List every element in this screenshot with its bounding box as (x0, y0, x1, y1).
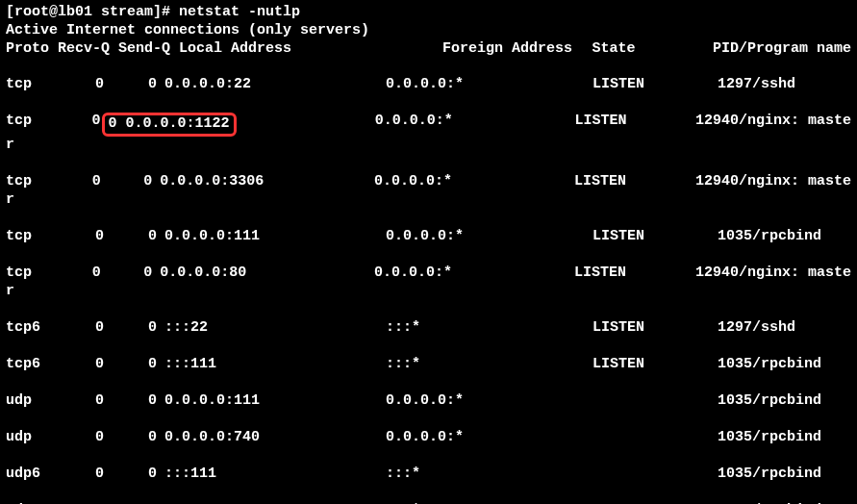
cell-foreign: :::* (386, 466, 592, 484)
cell-proto: tcp (6, 265, 52, 283)
cell-proto: tcp (6, 173, 52, 191)
header-local: Local Address (179, 40, 392, 59)
cell-recvq: 0 (52, 113, 108, 137)
table-row: tcp600:::111:::*LISTEN1035/rpcbind (6, 356, 851, 374)
cell-recvq: 0 (52, 173, 108, 191)
cell-recvq: 0 (54, 319, 112, 338)
blank-line (6, 484, 851, 502)
cell-recvq: 0 (54, 76, 112, 94)
cell-foreign: 0.0.0.0:* (374, 173, 574, 191)
cell-pid: 1035/rpcbind (718, 466, 851, 484)
cell-state: LISTEN (592, 356, 718, 374)
blank-line (6, 246, 851, 265)
cell-pid: 1035/rpcbind (718, 356, 851, 374)
cell-foreign: :::* (386, 356, 592, 374)
cell-recvq: 0 (54, 429, 112, 447)
table-row: udp600:::111:::*1035/rpcbind (6, 466, 851, 484)
cell-pid: 1035/rpcbind (718, 429, 851, 447)
header-state: State (592, 40, 713, 59)
cell-pid: 12940/nginx: maste (695, 173, 851, 191)
blank-line (6, 155, 851, 173)
cell-foreign: 0.0.0.0:* (386, 228, 592, 246)
cell-proto: tcp (6, 228, 54, 246)
cell-local: 0.0.0.0:22 (164, 76, 386, 94)
table-row: tcp600:::22:::*LISTEN1297/sshd (6, 319, 851, 338)
cell-state: LISTEN (574, 265, 695, 283)
cell-state: LISTEN (574, 173, 695, 191)
cell-state (592, 429, 718, 447)
cell-proto: tcp6 (6, 356, 54, 374)
blank-line (6, 58, 851, 76)
cell-sendq: 0 (112, 392, 164, 411)
cell-recvq: 0 (54, 466, 112, 484)
blank-line (6, 447, 851, 466)
wrapped-line: r (6, 191, 851, 210)
cell-state: LISTEN (592, 228, 718, 246)
cell-pid: 1297/sshd (718, 76, 851, 94)
active-connections-label: Active Internet connections (only server… (6, 22, 851, 40)
cell-sendq: 0 (112, 429, 164, 447)
cell-proto: udp6 (6, 466, 54, 484)
cell-state: LISTEN (592, 319, 718, 338)
cell-sendq: 0 (112, 466, 164, 484)
cell-proto: tcp6 (6, 319, 54, 338)
cell-proto: tcp (6, 76, 54, 94)
blank-line (6, 338, 851, 356)
cell-local: :::111 (164, 356, 386, 374)
cell-local: 0.0.0.0:740 (164, 429, 386, 447)
blank-line (6, 210, 851, 228)
cell-local: :::111 (164, 466, 386, 484)
cell-pid: 12940/nginx: maste (695, 113, 851, 137)
cell-local: 0.0.0.0:3306 (160, 173, 374, 191)
table-row: tcp000.0.0.0:800.0.0.0:*LISTEN12940/ngin… (6, 265, 851, 283)
cell-sendq: 0 (112, 319, 164, 338)
cell-foreign: :::* (386, 319, 592, 338)
cell-sendq: 0 (112, 76, 164, 94)
cell-foreign: 0.0.0.0:* (386, 429, 592, 447)
blank-line (6, 374, 851, 392)
cell-sendq: 0 (112, 228, 164, 246)
cell-foreign: 0.0.0.0:* (375, 113, 575, 137)
header-pid: PID/Program name (713, 40, 851, 59)
cell-state (592, 466, 718, 484)
table-body: tcp000.0.0.0:220.0.0.0:*LISTEN1297/sshdt… (6, 58, 851, 504)
cell-local: :::22 (164, 319, 386, 338)
cell-local: 0.0.0.0:80 (160, 265, 374, 283)
cell-state (592, 392, 718, 411)
table-header: Proto Recv-Q Send-Q Local Address Foreig… (6, 40, 851, 59)
cell-state: LISTEN (574, 113, 695, 137)
cell-sendq: 0 (109, 265, 161, 283)
cell-recvq: 0 (54, 356, 112, 374)
cell-proto: udp (6, 429, 54, 447)
table-row: tcp000.0.0.0:1110.0.0.0:*LISTEN1035/rpcb… (6, 228, 851, 246)
cell-local (162, 113, 375, 137)
cell-local: 0.0.0.0:111 (164, 228, 386, 246)
table-row: tcp000.0.0.0:220.0.0.0:*LISTEN1297/sshd (6, 76, 851, 94)
command-line: [root@lb01 stream]# netstat -nutlp (6, 4, 851, 22)
blank-line (6, 94, 851, 113)
cell-local: 0.0.0.0:111 (164, 392, 386, 411)
cell-pid: 1297/sshd (718, 319, 851, 338)
cell-foreign: 0.0.0.0:* (374, 265, 574, 283)
cell-proto: udp (6, 392, 54, 411)
wrapped-line: r (6, 283, 851, 301)
cell-recvq: 0 (54, 228, 112, 246)
cell-sendq: 0 (109, 173, 161, 191)
header-proto: Proto Recv-Q Send-Q (6, 40, 179, 59)
cell-sendq: 0 (112, 356, 164, 374)
table-row: tcp000.0.0.0:33060.0.0.0:*LISTEN12940/ng… (6, 173, 851, 191)
cell-pid: 1035/rpcbind (718, 392, 851, 411)
table-row: udp000.0.0.0:1110.0.0.0:*1035/rpcbind (6, 392, 851, 411)
cell-state: LISTEN (592, 76, 718, 94)
cell-recvq: 0 (54, 392, 112, 411)
cell-proto: tcp (6, 113, 52, 137)
cell-sendq: 0 0.0.0.0:1122 (109, 113, 162, 137)
cell-recvq: 0 (52, 265, 108, 283)
table-row: tcp00 0.0.0.0:11220.0.0.0:*LISTEN12940/n… (6, 113, 851, 137)
blank-line (6, 411, 851, 429)
cell-foreign: 0.0.0.0:* (386, 392, 592, 411)
cell-pid: 12940/nginx: maste (695, 265, 851, 283)
cell-foreign: 0.0.0.0:* (386, 76, 592, 94)
table-row: udp000.0.0.0:7400.0.0.0:*1035/rpcbind (6, 429, 851, 447)
cell-pid: 1035/rpcbind (718, 228, 851, 246)
